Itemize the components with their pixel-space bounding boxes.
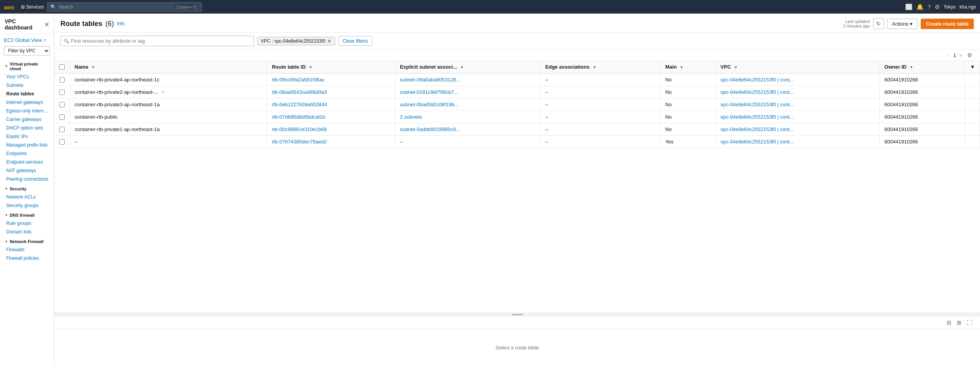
route-table-id-link[interactable]: rtb-06aa0543ca488d0a3	[272, 89, 327, 95]
route-table-id-link[interactable]: rtb-07674385dec75aed2	[272, 139, 327, 145]
vpc-cell[interactable]: vpc-04e8e64c2552153f0 | cont...	[716, 123, 880, 136]
route-table-id-cell[interactable]: rtb-06aa0543ca488d0a3	[267, 86, 395, 98]
row-checkbox[interactable]	[59, 77, 65, 83]
subnet-link[interactable]: 2 subnets	[400, 114, 422, 120]
next-page-button[interactable]: ›	[958, 51, 963, 59]
screen-icon-button[interactable]: ⬜	[905, 3, 913, 10]
vpc-cell[interactable]: vpc-04e8e64c2552153f0 | cont...	[716, 86, 880, 98]
vpc-cell[interactable]: vpc-04e8e64c2552153f0 | cont...	[716, 73, 880, 86]
route-table-id-cell[interactable]: rtb-0eb1227928eb52844	[267, 98, 395, 111]
create-route-table-button[interactable]: Create route table	[921, 19, 974, 29]
vpc-link[interactable]: vpc-04e8e64c2552153f0 | cont...	[720, 77, 794, 83]
sidebar-item-rule-groups[interactable]: Rule groups	[0, 219, 54, 228]
sidebar-item-peering-connections[interactable]: Peering connections	[0, 175, 54, 183]
top-search-bar[interactable]: 🔍 [Option+S]	[47, 2, 202, 12]
vpc-link[interactable]: vpc-04e8e64c2552153f0 | cont...	[720, 139, 794, 145]
sidebar-item-security-groups[interactable]: Security groups	[0, 201, 54, 210]
row-checkbox[interactable]	[59, 114, 65, 120]
sidebar-item-internet-gateways[interactable]: Internet gateways	[0, 98, 54, 107]
info-link[interactable]: Info	[117, 21, 125, 26]
sidebar-item-nat-gateways[interactable]: NAT gateways	[0, 166, 54, 175]
explicit-subnet-cell[interactable]: subnet-0adbb9019985c9...	[395, 123, 541, 136]
help-icon-button[interactable]: ?	[928, 3, 931, 10]
ec2-global-view-link[interactable]: EC2 Global View ↗	[4, 37, 50, 43]
sidebar-item-managed-prefix-lists[interactable]: Managed prefix lists	[0, 141, 54, 149]
route-table-id-link[interactable]: rtb-09cc09a2a581f36ac	[272, 77, 325, 83]
bell-icon-button[interactable]: 🔔	[916, 3, 924, 10]
sidebar-item-elastic-ips[interactable]: Elastic IPs	[0, 132, 54, 141]
sidebar-item-network-acls[interactable]: Network ACLs	[0, 193, 54, 201]
search-input[interactable]	[60, 36, 254, 46]
settings-icon-button[interactable]: ⚙	[935, 3, 940, 10]
main-column-header[interactable]: Main ▼	[660, 61, 716, 73]
owner-id-column-header[interactable]: Owner ID ▼	[880, 61, 965, 73]
clear-filters-button[interactable]: Clear filters	[338, 36, 372, 46]
row-checkbox[interactable]	[59, 90, 65, 95]
sidebar-section-security[interactable]: ▼ Security	[0, 183, 54, 193]
actions-button[interactable]: Actions ▾	[887, 19, 918, 29]
explicit-subnet-column-header[interactable]: Explicit subnet associ... ▼	[395, 61, 541, 73]
sidebar-item-carrier-gateways[interactable]: Carrier gateways	[0, 115, 54, 124]
subnet-link[interactable]: subnet-0bad592c06f19b...	[400, 102, 458, 107]
route-table-id-cell[interactable]: rtb-07674385dec75aed2	[267, 136, 395, 148]
row-checkbox[interactable]	[59, 127, 65, 132]
fullscreen-button[interactable]: ⛶	[965, 319, 974, 326]
sidebar-section-vpc[interactable]: ▼ Virtual private cloud	[0, 59, 54, 73]
vpc-link[interactable]: vpc-04e8e64c2552153f0 | cont...	[720, 102, 794, 107]
vpc-link[interactable]: vpc-04e8e64c2552153f0 | cont...	[720, 114, 794, 120]
sidebar-item-firewall-policies[interactable]: Firewall policies	[0, 254, 54, 262]
row-checkbox[interactable]	[59, 139, 65, 145]
user-button[interactable]: kha.ngo	[959, 4, 976, 10]
sidebar-section-dns-firewall[interactable]: ▼ DNS firewall	[0, 210, 54, 219]
sidebar-filter[interactable]: Filter by VPC All VPCs	[0, 43, 54, 59]
sidebar-item-route-tables[interactable]: Route tables	[0, 90, 54, 98]
subnet-link[interactable]: subnet-0181c9ef766cb7...	[400, 89, 458, 95]
vpc-link[interactable]: vpc-04e8e64c2552153f0 | cont...	[720, 126, 794, 132]
region-button[interactable]: Tokyo	[944, 4, 956, 10]
subnet-link[interactable]: subnet-0adbb9019985c9...	[400, 126, 460, 132]
top-search-input[interactable]	[59, 4, 173, 10]
services-button[interactable]: ⊞ Services	[21, 4, 44, 10]
split-horizontal-button[interactable]: ⊟	[945, 319, 953, 326]
vpc-cell[interactable]: vpc-04e8e64c2552153f0 | cont...	[716, 136, 880, 148]
table-settings-button[interactable]: ⚙	[966, 51, 974, 59]
sidebar-item-your-vpcs[interactable]: Your VPCs	[0, 73, 54, 81]
row-checkbox[interactable]	[59, 102, 65, 107]
vpc-cell[interactable]: vpc-04e8e64c2552153f0 | cont...	[716, 111, 880, 123]
select-all-checkbox[interactable]	[59, 64, 65, 70]
route-table-id-link[interactable]: rtb-0eb1227928eb52844	[272, 102, 327, 107]
panel-drag-handle[interactable]	[54, 313, 980, 316]
split-vertical-button[interactable]: ⊞	[955, 319, 963, 326]
vpc-column-header[interactable]: VPC ▼	[716, 61, 880, 73]
sidebar-item-dhcp-option-sets[interactable]: DHCP option sets	[0, 124, 54, 132]
edit-name-icon[interactable]: ✎	[161, 90, 165, 95]
refresh-button[interactable]: ↻	[873, 18, 884, 29]
prev-page-button[interactable]: ‹	[946, 51, 951, 59]
explicit-subnet-cell[interactable]: –	[395, 136, 541, 148]
vpc-link[interactable]: vpc-04e8e64c2552153f0 | cont...	[720, 89, 794, 95]
sidebar-section-network-firewall[interactable]: ▼ Network Firewall	[0, 236, 54, 245]
sidebar-item-firewalls[interactable]: Firewalls	[0, 245, 54, 254]
filter-by-vpc-select[interactable]: Filter by VPC All VPCs	[4, 46, 50, 55]
sidebar-item-endpoint-services[interactable]: Endpoint services	[0, 158, 54, 166]
vpc-cell[interactable]: vpc-04e8e64c2552153f0 | cont...	[716, 98, 880, 111]
sidebar-item-endpoints[interactable]: Endpoints	[0, 149, 54, 158]
filter-tag-remove-button[interactable]: ✕	[327, 38, 332, 44]
route-table-id-column-header[interactable]: Route table ID ▼	[267, 61, 395, 73]
edge-associations-column-header[interactable]: Edge associations ▼	[541, 61, 661, 73]
sidebar-close-button[interactable]: ✕	[44, 21, 49, 28]
route-table-id-cell[interactable]: rtb-00c88881e310e1b68	[267, 123, 395, 136]
route-table-id-cell[interactable]: rtb-09cc09a2a581f36ac	[267, 73, 395, 86]
route-table-id-link[interactable]: rtb-07d685d8d0bdcaf1b	[272, 114, 325, 120]
sidebar-item-domain-lists[interactable]: Domain lists	[0, 228, 54, 236]
explicit-subnet-cell[interactable]: 2 subnets	[395, 111, 541, 123]
explicit-subnet-cell[interactable]: subnet-0bad592c06f19b...	[395, 98, 541, 111]
name-column-header[interactable]: Name ▼	[70, 61, 267, 73]
explicit-subnet-cell[interactable]: subnet-0181c9ef766cb7...	[395, 86, 541, 98]
sidebar-item-egress-gateways[interactable]: Egress-only internet gateways	[0, 107, 54, 115]
sidebar-item-subnets[interactable]: Subnets	[0, 81, 54, 90]
route-table-id-cell[interactable]: rtb-07d685d8d0bdcaf1b	[267, 111, 395, 123]
route-table-id-link[interactable]: rtb-00c88881e310e1b68	[272, 126, 327, 132]
subnet-link[interactable]: subnet-09a0aba6053128...	[400, 77, 460, 83]
explicit-subnet-cell[interactable]: subnet-09a0aba6053128...	[395, 73, 541, 86]
